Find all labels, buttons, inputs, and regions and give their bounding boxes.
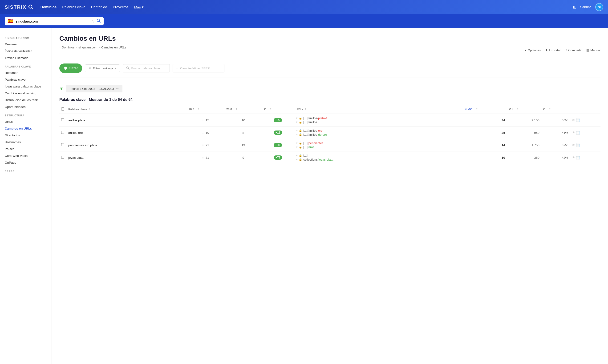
share-button[interactable]: ⤴ Compartir — [565, 48, 582, 52]
edit-filter-icon[interactable]: ✏ — [116, 87, 119, 91]
keyword-cell: pendientes aro plata — [66, 139, 186, 151]
eye-icon[interactable]: 👁 — [572, 118, 575, 122]
sidebar-item-paises[interactable]: Países — [0, 145, 52, 152]
url-highlight-green: de-oro — [318, 133, 327, 136]
sidebar-item-palabras-clave[interactable]: Palabras clave — [0, 76, 52, 83]
external-link-icon-2[interactable]: ↗ — [295, 133, 298, 136]
url-line-1: ↗ 🔒 [...] — [295, 154, 460, 157]
chart-icon[interactable]: 📊 — [576, 118, 580, 122]
ctr-cell: 42% — [541, 151, 570, 164]
user-avatar[interactable]: SI — [595, 3, 603, 11]
sidebar-item-resumen-domain[interactable]: Resumen — [0, 41, 52, 48]
sidebar-item-cambios-ranking[interactable]: Cambios en el ranking — [0, 90, 52, 97]
url-highlight: oro — [318, 129, 323, 132]
val1-cell: ≡81 — [186, 151, 224, 164]
filter-button[interactable]: ⊕ Filtrar — [59, 64, 82, 73]
url-line-2: ↗ 🔒 collections/joyas-plata — [295, 158, 460, 161]
chart-icon[interactable]: 📊 — [576, 131, 580, 134]
lock-icon: 🔒 — [299, 117, 302, 120]
sidebar-item-distribucion[interactable]: Distribución de los ranki... — [0, 97, 52, 104]
url-line-2: ↗ 🔒 [...]/anillos-de-oro — [295, 133, 460, 136]
sidebar-item-ideas[interactable]: Ideas para palabras clave — [0, 83, 52, 90]
keyword-search-box[interactable]: Buscar palabra clave — [123, 64, 170, 72]
eye-icon[interactable]: 👁 — [572, 131, 575, 134]
col-keyword-help[interactable]: ? — [88, 108, 90, 111]
keyword-cell: anillos oro — [66, 127, 186, 139]
col-vol-help[interactable]: ? — [517, 108, 519, 111]
list-icon: ≡ — [202, 156, 204, 159]
breadcrumb-current: Cambios en URLs — [101, 46, 126, 49]
col-16-help[interactable]: ? — [198, 108, 200, 111]
export-button[interactable]: ⬇ Exportar — [545, 48, 561, 52]
manual-button[interactable]: ▦ Manual — [586, 48, 600, 52]
external-link-icon-2[interactable]: ↗ — [295, 121, 298, 124]
col-ctr-help[interactable]: ? — [549, 108, 551, 111]
row-checkbox[interactable] — [61, 143, 64, 146]
serp-features-box[interactable]: + Características SERP — [173, 64, 224, 72]
external-link-icon-2[interactable]: ↗ — [295, 158, 298, 161]
nav-mas[interactable]: Más ▾ — [134, 5, 144, 9]
url-line-2: ↗ 🔒 [...]/anillos — [295, 120, 460, 124]
sidebar-item-core-web-vitals[interactable]: Core Web Vitals — [0, 152, 52, 159]
col-delta-help[interactable]: ? — [476, 108, 478, 111]
options-button[interactable]: ▾ Opciones — [525, 48, 541, 52]
url-cell: ↗ 🔒 [...]/pendientes ↗ 🔒 [...]/aros — [294, 139, 462, 151]
eye-icon[interactable]: 👁 — [572, 143, 575, 147]
nav-palabras-clave[interactable]: Palabras clave — [62, 5, 85, 9]
nav-contenido[interactable]: Contenido — [91, 5, 107, 9]
select-all-checkbox[interactable] — [61, 107, 64, 111]
table-row: pendientes aro plata ≡21 13 +8 ↗ 🔒 [...]… — [59, 139, 600, 151]
chart-icon[interactable]: 📊 — [576, 156, 580, 159]
keyword-text: anillos oro — [68, 131, 83, 134]
external-link-icon[interactable]: ↗ — [295, 129, 298, 132]
lock-icon: 🔒 — [299, 129, 302, 132]
table-heading: Palabras clave - Mostrando 1 de 64 de 64 — [59, 98, 600, 102]
col-c-help[interactable]: ? — [270, 108, 272, 111]
col-23-help[interactable]: ? — [236, 108, 237, 111]
row-actions-cell: 👁 📊 — [570, 114, 600, 127]
sidebar-section-estructura: ESTRUCTURA — [0, 110, 52, 118]
row-checkbox[interactable] — [61, 131, 64, 134]
sidebar-item-trafico[interactable]: Tráfico Estimado — [0, 54, 52, 61]
sidebar-item-visibilidad[interactable]: Índice de visibilidad — [0, 48, 52, 54]
vol-cell: 1.750 — [507, 139, 541, 151]
row-checkbox[interactable] — [61, 156, 64, 159]
col-delta[interactable]: ▼ ΔC... ? — [462, 105, 507, 114]
filter-rankings-button[interactable]: ▼ Filtrar rankings ▾ — [85, 65, 120, 72]
grid-icon[interactable]: ⊞ — [573, 4, 577, 10]
eye-icon[interactable]: 👁 — [572, 156, 575, 159]
lock-icon-2: 🔒 — [299, 121, 302, 124]
keyword-text: pendientes aro plata — [68, 143, 97, 147]
row-checkbox[interactable] — [61, 118, 64, 121]
external-link-icon[interactable]: ↗ — [295, 154, 298, 157]
sidebar-item-hostnames[interactable]: Hostnames — [0, 139, 52, 145]
sidebar-item-cambios-urls[interactable]: Cambios en URLs — [0, 125, 52, 132]
sidebar-item-oportunidades[interactable]: Oportunidades — [0, 104, 52, 110]
search-submit-icon[interactable] — [97, 19, 101, 24]
vol-cell: 350 — [507, 151, 541, 164]
sidebar-item-urls[interactable]: URLs — [0, 118, 52, 125]
val1-cell: ≡15 — [186, 114, 224, 127]
external-link-icon-2[interactable]: ↗ — [295, 145, 298, 149]
keyword-text: anillos plata — [68, 118, 85, 122]
domain-search-input[interactable] — [16, 19, 89, 23]
star-icon[interactable]: ☆ — [91, 19, 94, 24]
col-urls-help[interactable]: ? — [304, 108, 306, 111]
url-cell: ↗ 🔒 [...]/anillos-plata-1 ↗ 🔒 [...]/anil… — [294, 114, 462, 127]
col-c: C... ? — [262, 105, 294, 114]
change-badge: +8 — [274, 143, 282, 147]
breadcrumb-singularu[interactable]: singularu.com — [78, 46, 97, 49]
breadcrumb: › Dominios › singularu.com › Cambios en … — [59, 46, 126, 49]
chart-icon[interactable]: 📊 — [576, 143, 580, 147]
nav-proyectos[interactable]: Proyectos — [113, 5, 129, 9]
nav-dominios[interactable]: Dominios — [41, 5, 56, 9]
breadcrumb-dominios[interactable]: Dominios — [62, 46, 74, 49]
external-link-icon[interactable]: ↗ — [295, 142, 298, 145]
external-link-icon[interactable]: ↗ — [295, 117, 298, 120]
sidebar-item-resumen-kw[interactable]: Resumen — [0, 69, 52, 76]
search-bar: 🇪🇸 ☆ — [0, 14, 608, 28]
sidebar-item-onpage[interactable]: OnPage — [0, 159, 52, 166]
sidebar: SINGULARU.COM Resumen Índice de visibili… — [0, 28, 52, 364]
sidebar-item-directorios[interactable]: Directorios — [0, 132, 52, 139]
lock-icon-2: 🔒 — [299, 145, 302, 149]
